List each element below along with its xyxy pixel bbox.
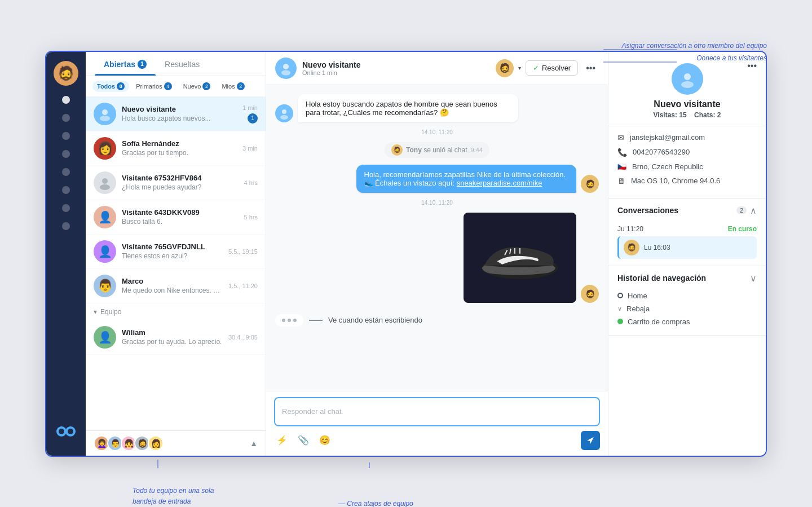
rp-nav-title: Historial de navegación <box>617 274 706 283</box>
filter-nuevo[interactable]: Nuevo 2 <box>179 81 215 92</box>
rp-stats: Visitas: 15 Chats: 2 <box>654 111 721 119</box>
conv-item-nuevo-visitante[interactable]: Nuevo visitante Hola busco zapatos nuevo… <box>86 97 266 131</box>
rp-header: ••• Nuevo visitante Visitas: 15 Chats: 2 <box>608 52 766 126</box>
conv-item-wiliam[interactable]: 👤 Wiliam Gracias por tu ayuda. Lo apreci… <box>86 320 266 355</box>
conv-info: Sofía Hernández Gracias por tu tiempo. <box>122 139 237 157</box>
team-section: ▾ Equipo <box>86 303 266 320</box>
svg-point-4 <box>102 109 108 115</box>
chat-input-area: Responder al chat ⚡ 📎 😊 <box>266 391 608 456</box>
chat-area: Nuevo visitante Online 1 min 🧔 ▾ ✓ Resol… <box>266 52 608 456</box>
annotation-bottom-left: Todo tu equipo en una sola bandeja de en… <box>133 486 214 507</box>
conv-avatar: 👤 <box>94 326 116 349</box>
message-outgoing-1: 🧔 Hola, recomendaríamos zapatillas Nike … <box>356 165 599 193</box>
conv-avatar: 👤 <box>94 206 116 228</box>
chat-input-box[interactable]: Responder al chat <box>274 397 600 426</box>
sidebar-item-5[interactable] <box>62 168 70 176</box>
msg-timestamp-1: 14.10. 11:20 <box>275 129 599 135</box>
tab-open-badge: 1 <box>138 60 147 69</box>
sidebar-item-8[interactable] <box>62 222 70 230</box>
conversations-list: Abiertas 1 Resueltas Todos 8 Primarios 4… <box>86 52 266 456</box>
filter-row: Todos 8 Primarios 4 Nuevo 2 Mios 2 <box>86 76 266 97</box>
conv-meta: 3 min <box>242 145 258 152</box>
nav-toggle[interactable]: ∨ <box>750 273 757 284</box>
chat-input-placeholder: Responder al chat <box>282 407 342 416</box>
rp-conversations-title: Conversaciones <box>617 206 678 215</box>
conv-info: Nuevo visitante Hola busco zapatos nuevo… <box>122 105 237 122</box>
user-avatar[interactable]: 🧔 <box>54 61 78 86</box>
chat-messages: Hola estoy buscando zapatos de hombre qu… <box>266 85 608 391</box>
rp-nav-header: Historial de navegación ∨ <box>617 273 757 284</box>
monitor-icon: 🖥 <box>617 177 625 186</box>
rp-contact-list: ✉ janstejskal@gmail.com 📞 00420776543290… <box>608 126 766 199</box>
typing-line <box>309 320 323 321</box>
conversations-toggle[interactable]: ∧ <box>750 205 757 216</box>
conv-info: Visitante 67532HFV864 ¿Hola me puedes ay… <box>122 174 239 191</box>
green-dot-icon <box>617 319 623 324</box>
conv-info: Visitante 765GVFDJNLL Tienes estos en az… <box>122 243 223 260</box>
sidebar-item-2[interactable] <box>62 114 70 122</box>
conv-avatar: 👩 <box>94 137 116 160</box>
rp-email: ✉ janstejskal@gmail.com <box>617 133 757 142</box>
chat-input-toolbar: ⚡ 📎 😊 <box>274 431 600 450</box>
conv-avatar <box>94 171 116 194</box>
sidebar-item-3[interactable] <box>62 132 70 140</box>
message-image: 🧔 <box>464 213 599 303</box>
more-options-button[interactable]: ••• <box>582 61 599 76</box>
sidebar: 🧔 <box>46 52 86 456</box>
svg-point-11 <box>280 115 288 120</box>
conv-tabs: Abiertas 1 Resueltas <box>86 52 266 76</box>
conv-entry-2[interactable]: 🧔 Lu 16:03 <box>617 236 757 259</box>
conv-avatar: 👨 <box>94 275 116 297</box>
filter-todos[interactable]: Todos 8 <box>92 81 129 92</box>
expand-icon[interactable]: ▲ <box>250 439 258 448</box>
tab-resolved[interactable]: Resueltas <box>156 52 209 76</box>
emoji-button[interactable]: 😊 <box>317 434 333 447</box>
chat-header-info: Nuevo visitante Online 1 min <box>302 60 490 76</box>
rp-location: 🇨🇿 Brno, Czech Republic <box>617 162 757 171</box>
assign-avatar[interactable]: 🧔 <box>496 59 514 77</box>
sidebar-item-7[interactable] <box>62 204 70 212</box>
attach-button[interactable]: 📎 <box>295 434 311 447</box>
shortcuts-button[interactable]: ⚡ <box>274 434 290 447</box>
sidebar-item-4[interactable] <box>62 150 70 158</box>
conv-item-visitante5[interactable]: 👤 Visitante 765GVFDJNLL Tienes estos en … <box>86 235 266 269</box>
conv-info: Marco Me quedo con Nike entonces. Gracia… <box>122 277 223 294</box>
conv-list-footer: 👩‍🦱 👨 👧 🧔 👩 ▲ <box>86 430 266 456</box>
rp-system: 🖥 Mac OS 10, Chrome 94.0.6 <box>617 177 757 186</box>
conv-item-sofia[interactable]: 👩 Sofía Hernández Gracias por tu tiempo.… <box>86 131 266 166</box>
conv-items: Nuevo visitante Hola busco zapatos nuevo… <box>86 97 266 430</box>
nav-item-rebaja: ∨ Rebaja <box>617 302 757 315</box>
phone-icon: 📞 <box>617 148 627 157</box>
assign-chevron-icon[interactable]: ▾ <box>518 65 521 71</box>
msg-avatar-outgoing: 🧔 <box>581 175 599 193</box>
nav-dot-icon <box>617 293 623 298</box>
typing-indicator: Ve cuando están escribiendo <box>275 310 599 331</box>
sidebar-item-1[interactable] <box>62 96 70 104</box>
conv-meta: 30.4., 9:05 <box>228 334 258 341</box>
svg-point-18 <box>684 73 691 80</box>
system-avatar: 🧔 <box>391 144 403 156</box>
tab-open-label: Abiertas <box>104 60 135 69</box>
nav-item-carrito: Carrito de compras <box>617 315 757 328</box>
filter-primarios[interactable]: Primarios 4 <box>131 81 176 92</box>
conv-item-marco[interactable]: 👨 Marco Me quedo con Nike entonces. Grac… <box>86 269 266 303</box>
tab-resolved-label: Resueltas <box>165 60 200 69</box>
conv-meta: 1.5., 11:20 <box>228 283 258 289</box>
conv-meta: 5.5., 19:15 <box>228 248 258 255</box>
filter-mios[interactable]: Mios 2 <box>217 81 249 92</box>
svg-point-19 <box>681 81 694 88</box>
resolve-button[interactable]: ✓ Resolver <box>526 60 578 76</box>
conv-item-visitante4[interactable]: 👤 Visitante 643DKKV089 Busco talla 6. 5 … <box>86 200 266 235</box>
conv-avatar: 👤 <box>94 240 116 263</box>
conv-avatar <box>94 103 116 125</box>
email-icon: ✉ <box>617 133 624 142</box>
msg-link[interactable]: sneakerparadise.com/nike <box>457 179 542 187</box>
rp-more-button[interactable]: ••• <box>747 61 757 71</box>
conv-item-visitante3[interactable]: Visitante 67532HFV864 ¿Hola me puedes ay… <box>86 166 266 200</box>
tab-open[interactable]: Abiertas 1 <box>95 52 156 76</box>
msg-timestamp-2: 14.10. 11:20 <box>275 200 599 206</box>
chat-visitor-name: Nuevo visitante <box>302 60 490 69</box>
send-button[interactable] <box>581 431 600 450</box>
svg-point-8 <box>283 64 289 69</box>
sidebar-item-6[interactable] <box>62 186 70 194</box>
